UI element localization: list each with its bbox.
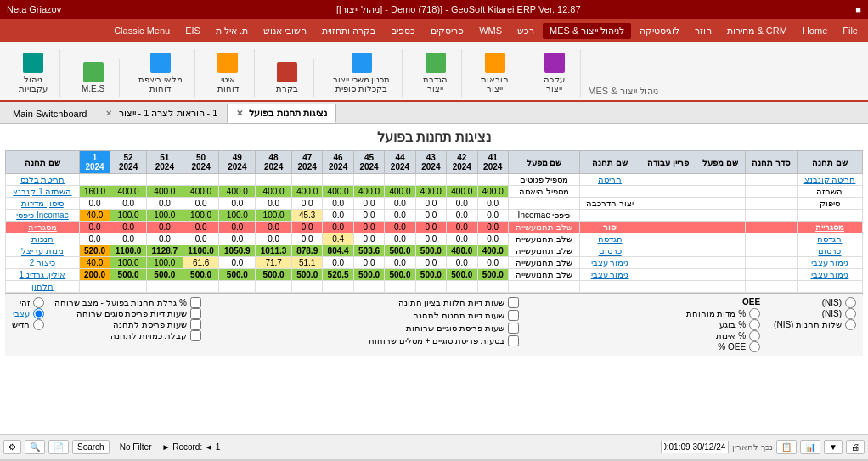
- menu-choz[interactable]: חוזר: [688, 23, 719, 39]
- cell-right-name[interactable]: חנכות: [6, 233, 80, 245]
- btn-filter[interactable]: ▼: [824, 440, 843, 454]
- menu-control[interactable]: בקרה ותחזוית: [315, 23, 382, 39]
- radio-atzbee-btn[interactable]: [33, 308, 44, 319]
- check-r4[interactable]: [190, 330, 201, 341]
- menu-resources[interactable]: ת. אילות: [209, 23, 255, 39]
- radio-nis3[interactable]: [845, 319, 856, 330]
- radio-hadish-btn[interactable]: [33, 319, 44, 330]
- radio-oee3[interactable]: [749, 330, 760, 341]
- check-m1[interactable]: [508, 297, 519, 308]
- cell-v49: 0.0: [219, 233, 256, 245]
- cell-type[interactable]: גימור עצבי: [579, 257, 640, 269]
- cell-type[interactable]: גימור עצבי: [579, 269, 640, 281]
- radio-nis2[interactable]: [845, 308, 856, 319]
- ribbon-btn-plan[interactable]: תכנון משכי ייצורבקכלות סופית: [328, 49, 396, 97]
- menu-crm[interactable]: CRM & מחירות: [720, 23, 794, 39]
- cell-station-name[interactable]: חריטה קונבנצ: [797, 174, 862, 186]
- radio-oee4[interactable]: [749, 341, 760, 352]
- menu-priskims[interactable]: פריסקים: [424, 23, 471, 39]
- nav-date-input[interactable]: [661, 441, 729, 453]
- radio-oee2[interactable]: [749, 319, 760, 330]
- control-label: בקרת: [276, 84, 298, 93]
- tab-orders-close[interactable]: ✕: [105, 109, 112, 118]
- cell-v50: 0.0: [183, 198, 219, 210]
- menu-logistics[interactable]: לוגיסטיקה: [633, 23, 686, 39]
- tab-orders[interactable]: 1 - הוראות לצרה 1 - ייצור ✕: [96, 104, 227, 123]
- menu-classic[interactable]: Classic Menu: [107, 23, 177, 38]
- ribbon-group-inventory: מלאי ריצפתדוחות: [127, 49, 195, 97]
- check-m3[interactable]: [508, 323, 519, 334]
- cell-workgroup: [640, 269, 696, 281]
- cell-v49: 1050.9: [219, 245, 256, 257]
- ribbon-btn-mes[interactable]: M.E.S: [74, 59, 112, 97]
- cell-right-name[interactable]: סיסון מדיזות: [6, 198, 80, 210]
- ribbon-btn-control[interactable]: בקרת: [268, 59, 307, 97]
- menu-production[interactable]: לניהול ייצור & MES: [543, 23, 631, 39]
- title-bar: ■ GeoSoft Kitarei ERP Ver. 12.87 - [Demo…: [0, 0, 868, 19]
- tab-main-switchboard[interactable]: Main Switchboard: [3, 104, 96, 123]
- cell-right-name[interactable]: כיצור 2: [6, 257, 80, 269]
- cell-right-name[interactable]: מנות עריצל: [6, 245, 80, 257]
- menu-hr[interactable]: חשובי אנוש: [256, 23, 313, 39]
- oee4-label: OEE %: [718, 342, 746, 351]
- menu-eis[interactable]: EIS: [178, 23, 207, 38]
- tab-stations[interactable]: נציגות תחנות בפועל ✕: [227, 104, 335, 123]
- tab-stations-close[interactable]: ✕: [236, 109, 243, 118]
- check-r1[interactable]: [190, 297, 201, 308]
- check-m4[interactable]: [508, 335, 519, 346]
- cell-right-name[interactable]: השחזה 1 קנבנצ: [6, 186, 80, 198]
- cell-v42: 500.0: [447, 269, 477, 281]
- oee-options: OEE % מדות מוחוחת % בוגע % אינות: [686, 297, 760, 352]
- radio-oee1[interactable]: [749, 308, 760, 319]
- table-row: חריטה קונבנצ חריטה מספיל פגוטים: [6, 174, 863, 186]
- ribbon-btn-instructions[interactable]: הוראותייצור: [476, 49, 514, 97]
- menu-purchase[interactable]: רכש: [510, 23, 541, 39]
- ribbon-btn-define[interactable]: הגדרתייצור: [416, 49, 454, 97]
- menu-wms[interactable]: WMS: [472, 23, 509, 38]
- search-button[interactable]: Search: [72, 440, 110, 454]
- ribbon-btn-inventory[interactable]: מלאי ריצפתדוחות: [133, 49, 188, 97]
- ribbon-btn-tracking[interactable]: ניהולעקבויות: [14, 49, 53, 97]
- oee-title: OEE: [686, 297, 760, 306]
- cell-station-name[interactable]: גימור עצבי: [797, 269, 862, 281]
- ribbon-btn-slow[interactable]: איטידוחות: [209, 49, 247, 97]
- cell-type[interactable]: כרסום: [579, 245, 640, 257]
- tracking-icon: [23, 53, 43, 73]
- nav-label: נכך להארין: [732, 442, 773, 452]
- cell-right-name[interactable]: חלחון: [6, 281, 80, 293]
- cell-right-name[interactable]: חריטת בלנס: [6, 174, 80, 186]
- menu-finance[interactable]: כספים: [384, 23, 422, 39]
- radio-nis1[interactable]: [845, 297, 856, 308]
- btn-print[interactable]: 🖨: [846, 440, 865, 454]
- btn-export[interactable]: 📊: [800, 440, 820, 454]
- slow-icon: [217, 53, 238, 73]
- tracking-label: ניהולעקבויות: [19, 75, 48, 93]
- table-row: השחזה מספיל היאסה 400.0 400.0 400.0 400.…: [6, 186, 863, 198]
- cell-right-name[interactable]: מסגרייה: [6, 222, 80, 233]
- btn-more1[interactable]: 📄: [48, 440, 69, 454]
- cell-v42: [447, 174, 477, 186]
- cell-v48: [256, 281, 292, 293]
- radio-zahi-btn[interactable]: [33, 297, 44, 308]
- check-m2[interactable]: [508, 310, 519, 321]
- cell-right-name[interactable]: אילין, גרדינ 1: [6, 269, 80, 281]
- update-label: עקכהייצור: [544, 75, 565, 93]
- ribbon-btn-update[interactable]: עקכהייצור: [535, 49, 573, 97]
- check-r2[interactable]: [190, 308, 201, 319]
- btn-more3[interactable]: ⚙: [3, 440, 21, 454]
- cell-station-name[interactable]: מסגרייה: [797, 222, 862, 233]
- btn-import[interactable]: 📋: [776, 440, 797, 454]
- cell-type[interactable]: חריטה: [579, 174, 640, 186]
- menu-file[interactable]: File: [836, 23, 865, 38]
- cell-v48: 0.0: [256, 198, 292, 210]
- define-label: הגדרתייצור: [423, 75, 448, 93]
- btn-more2[interactable]: 🔍: [25, 440, 45, 454]
- cell-type[interactable]: הגדסה: [579, 233, 640, 245]
- menu-home[interactable]: Home: [796, 23, 834, 38]
- cell-right-name[interactable]: Incomac כיפסי: [6, 210, 80, 222]
- check-r3[interactable]: [190, 319, 201, 330]
- cell-station-name[interactable]: כרסום: [797, 245, 862, 257]
- cell-station-name[interactable]: הגדסה: [797, 233, 862, 245]
- cell-station-name[interactable]: גימור עצבי: [797, 257, 862, 269]
- table-scroll-container[interactable]: שם תחנה סדר תחנה שם מפעל פריין עבודה שם …: [5, 150, 863, 293]
